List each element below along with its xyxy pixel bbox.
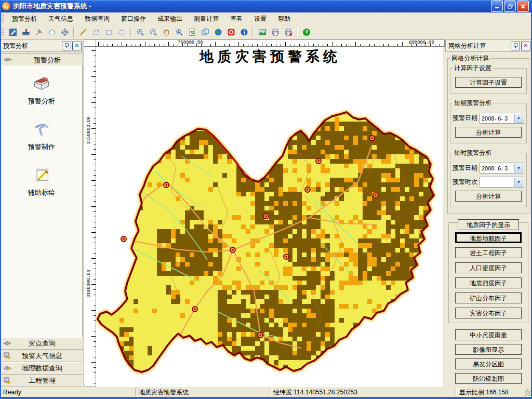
status-latlon: 经纬度:114.140551,28.250253	[270, 388, 456, 396]
print-icon[interactable]	[269, 26, 281, 38]
sidebar-item-disaster-query[interactable]: 灾点查询	[0, 337, 83, 350]
town-marker[interactable]	[305, 187, 310, 192]
town-marker[interactable]	[284, 254, 289, 259]
zoom-out-icon[interactable]	[147, 26, 159, 38]
factor-disaster-button[interactable]: 灾害分布因子	[455, 308, 522, 318]
hammer-icon[interactable]	[33, 26, 45, 38]
menu-item-1[interactable]: 天气信息	[43, 13, 79, 25]
status-bar: Ready 地质灾害预警系统 经纬度:114.140551,28.250253 …	[0, 388, 532, 397]
menu-item-3[interactable]: 窗口操作	[115, 13, 152, 25]
chevron-down-icon[interactable]: ▼	[514, 178, 523, 187]
line-tool-icon[interactable]	[77, 26, 89, 38]
polygon-tool-icon[interactable]	[90, 26, 102, 38]
fax-icon	[3, 339, 11, 349]
menu-item-0[interactable]: 预警分析	[6, 13, 43, 25]
ruler-tick	[243, 44, 244, 46]
ruler-tick	[91, 284, 96, 285]
menu-item-4[interactable]: 成果输出	[152, 13, 188, 25]
pin-icon[interactable]	[62, 42, 71, 50]
chevron-down-icon[interactable]: ▼	[514, 114, 523, 123]
calc-factor-settings-button[interactable]: 计算因子设置	[455, 77, 522, 88]
ruler-tick	[94, 211, 96, 212]
prevention-plan-button[interactable]: 防治规划图	[455, 373, 522, 384]
sidebar-item-warning-analysis[interactable]: 预警分析	[28, 74, 55, 106]
ruler-tick	[182, 44, 183, 46]
zoom-in-icon[interactable]	[134, 26, 146, 38]
menu-grip[interactable]	[2, 15, 4, 23]
app-icon: dy	[2, 2, 10, 10]
town-marker[interactable]	[192, 307, 197, 312]
factor-geotech-button[interactable]: 岩土工程因子	[455, 247, 522, 258]
map-canvas[interactable]: 地质灾害预警系统	[96, 47, 444, 387]
restore-button[interactable]	[504, 1, 516, 12]
help-icon[interactable]: ?	[300, 26, 312, 38]
menu-item-7[interactable]: 设置	[248, 13, 272, 25]
factor-population-button[interactable]: 人口密度因子	[455, 262, 522, 273]
town-marker[interactable]	[258, 332, 263, 338]
info-icon[interactable]	[238, 26, 250, 38]
fax-icon	[4, 55, 12, 65]
menu-item-6[interactable]: 查看	[224, 13, 248, 25]
town-marker[interactable]	[369, 136, 375, 141]
ruler-tick	[341, 44, 342, 46]
close-icon[interactable]: ✕	[72, 42, 82, 50]
close-button[interactable]	[517, 1, 529, 12]
sidebar-item-aux-plot[interactable]: 辅助标绘	[28, 165, 55, 197]
short-term-analyze-button[interactable]: 分析计算	[455, 127, 522, 138]
short-time-analyze-button[interactable]: 分析计算	[455, 191, 522, 202]
computer-icon	[3, 351, 11, 361]
sidebar-item-geo-data-query[interactable]: 地理数据查询	[0, 362, 83, 375]
paint-roller-icon[interactable]	[20, 26, 32, 38]
ruler-tick	[369, 44, 370, 46]
ruler-tick	[430, 44, 431, 46]
rectangle-tool-icon[interactable]	[103, 26, 115, 38]
fax-icon	[3, 364, 11, 374]
ruler-tick	[365, 44, 365, 46]
pin-icon[interactable]	[511, 42, 520, 50]
satellite-map-icon[interactable]	[7, 26, 19, 38]
ruler-tick	[94, 123, 96, 124]
warning-date-combo[interactable]: 2008- 6- 3 ▼	[480, 113, 524, 124]
toolbar-grip[interactable]	[2, 28, 4, 36]
sidebar-item-weather-info[interactable]: 预警天气信息	[0, 350, 83, 362]
image-map-button[interactable]: 影像图显示	[455, 344, 522, 355]
right-panel-title: 网格分析计算	[448, 42, 510, 50]
image-display-icon[interactable]	[256, 26, 268, 38]
chevron-down-icon[interactable]: ▼	[514, 164, 523, 172]
menu-item-8[interactable]: 帮助	[272, 13, 296, 25]
sidebar-item-project-management[interactable]: 工程管理	[0, 375, 83, 387]
close-icon[interactable]: ✕	[521, 42, 530, 50]
crosshair-icon[interactable]	[59, 26, 71, 38]
cloud-icon[interactable]	[46, 26, 58, 38]
factor-seismic-button[interactable]: 地震烈度因子	[455, 277, 522, 288]
town-marker[interactable]	[316, 158, 321, 164]
town-marker[interactable]	[263, 214, 269, 219]
ruler-tick	[154, 44, 155, 46]
town-marker[interactable]	[230, 247, 235, 252]
zoom-extent-icon[interactable]	[173, 26, 185, 38]
menu-item-5[interactable]: 测量计算	[188, 13, 224, 25]
copy-layers-icon[interactable]	[199, 26, 211, 38]
menu-item-2[interactable]: 数据查询	[79, 13, 115, 25]
section-warning-analysis[interactable]: 预警分析	[0, 53, 83, 67]
town-marker[interactable]	[121, 236, 126, 242]
town-marker[interactable]	[164, 182, 169, 188]
minimize-button[interactable]	[491, 1, 503, 12]
town-marker[interactable]	[373, 193, 378, 198]
ruler-tick	[379, 42, 379, 46]
resize-grip[interactable]	[525, 389, 532, 396]
warning-date-combo2[interactable]: 2008- 6- 3 ▼	[480, 163, 524, 174]
globe-icon[interactable]	[212, 26, 224, 38]
pan-hand-icon[interactable]	[160, 26, 172, 38]
factor-mine-button[interactable]: 矿山分布因子	[455, 292, 522, 303]
geo-factor-display-button[interactable]: 地质因子的显示	[458, 219, 519, 230]
factor-terrain-button[interactable]: 地形地貌因子	[455, 232, 522, 243]
stop-icon[interactable]	[225, 26, 237, 38]
rainfall-button[interactable]: 中小尺度雨量	[455, 329, 522, 340]
refresh-page-icon[interactable]	[186, 26, 198, 38]
print-preview-icon[interactable]	[282, 26, 294, 38]
ellipse-tool-icon[interactable]	[116, 26, 128, 38]
warning-time-combo[interactable]: ▼	[480, 177, 524, 188]
sidebar-item-warning-make[interactable]: 预警制作	[28, 119, 55, 152]
susceptibility-zone-button[interactable]: 易发分区图	[455, 358, 522, 369]
